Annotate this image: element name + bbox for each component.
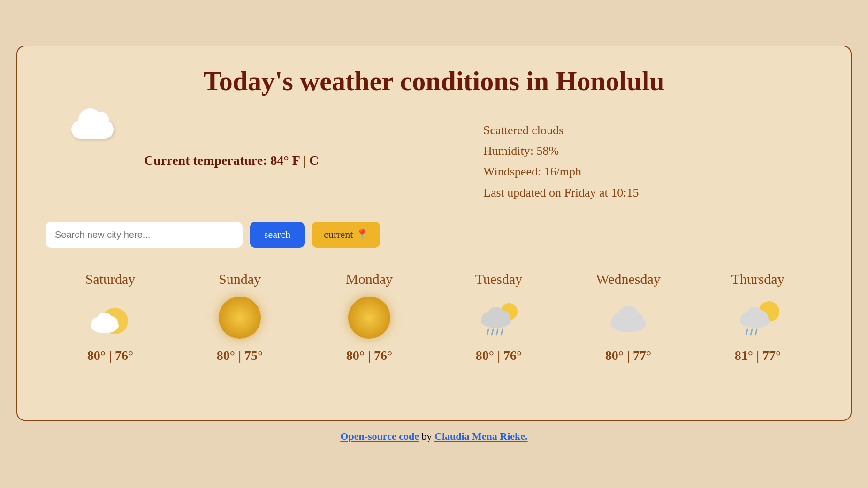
- humidity-text: Humidity: 58%: [483, 141, 822, 161]
- svg-line-23: [746, 329, 747, 335]
- main-card: Today's weather conditions in Honolulu C…: [16, 46, 852, 421]
- current-weather-icon: [46, 111, 139, 139]
- day-label-tuesday: Tuesday: [475, 271, 523, 287]
- svg-point-22: [755, 311, 768, 324]
- day-label-thursday: Thursday: [731, 271, 784, 287]
- forecast-day-wednesday: Wednesday 80° | 77°: [577, 271, 680, 363]
- celsius-link[interactable]: C: [309, 153, 319, 168]
- day-label-saturday: Saturday: [85, 271, 136, 287]
- svg-point-17: [628, 313, 643, 328]
- icon-sunday: [216, 297, 263, 339]
- icon-tuesday: [475, 297, 522, 339]
- svg-line-12: [496, 329, 498, 335]
- day-label-sunday: Sunday: [219, 271, 261, 287]
- icon-wednesday: [605, 297, 652, 339]
- temps-wednesday: 80° | 77°: [605, 348, 652, 363]
- weather-details: Scattered clouds Humidity: 58% Windspeed…: [483, 115, 822, 203]
- footer: Open-source code by Claudia Mena Rieke.: [340, 430, 527, 442]
- svg-line-24: [751, 329, 752, 335]
- forecast-day-thursday: Thursday 81° | 77°: [706, 271, 809, 363]
- day-label-wednesday: Wednesday: [596, 271, 661, 287]
- cloud-icon: [71, 120, 114, 139]
- footer-by: by: [422, 430, 435, 442]
- page-title: Today's weather conditions in Honolulu: [46, 65, 822, 97]
- temps-thursday: 81° | 77°: [735, 348, 781, 363]
- condition-text: Scattered clouds: [483, 120, 822, 141]
- fahrenheit-link[interactable]: F: [292, 153, 300, 168]
- temperature-section: Current temperature: 84° F | C: [139, 115, 483, 168]
- forecast-day-tuesday: Tuesday 80° | 76°: [447, 271, 550, 363]
- icon-saturday: [87, 297, 134, 339]
- open-source-link[interactable]: Open-source code: [340, 430, 419, 442]
- forecast-day-sunday: Sunday 80° | 75°: [188, 271, 291, 363]
- icon-monday: [346, 297, 393, 339]
- forecast-day-monday: Monday 80° | 76°: [318, 271, 421, 363]
- forecast-day-saturday: Saturday 80° | 76°: [59, 271, 162, 363]
- windspeed-text: Windspeed: 16/mph: [483, 161, 822, 182]
- svg-line-10: [487, 329, 488, 335]
- icon-thursday: [734, 297, 781, 339]
- current-location-button[interactable]: current 📍: [312, 222, 380, 248]
- temps-saturday: 80° | 76°: [87, 348, 134, 363]
- last-updated-text: Last updated on Friday at 10:15: [483, 183, 822, 203]
- search-input[interactable]: [46, 222, 243, 248]
- sun-icon: [219, 297, 261, 339]
- temps-monday: 80° | 76°: [346, 348, 393, 363]
- current-temperature: Current temperature: 84° F | C: [144, 153, 483, 168]
- temps-sunday: 80° | 75°: [217, 348, 263, 363]
- svg-line-11: [492, 329, 493, 335]
- author-link[interactable]: Claudia Mena Rieke.: [434, 430, 528, 442]
- sun-icon-monday: [348, 297, 390, 339]
- forecast-section: Saturday 80° | 76° Sunday 80° | 75: [46, 271, 822, 363]
- svg-line-25: [755, 329, 757, 335]
- day-label-monday: Monday: [346, 271, 393, 287]
- svg-point-4: [105, 316, 118, 329]
- search-section: search current 📍: [46, 222, 822, 248]
- current-weather-section: Current temperature: 84° F | C Scattered…: [46, 115, 822, 203]
- temp-separator: |: [303, 153, 309, 168]
- temps-tuesday: 80° | 76°: [476, 348, 522, 363]
- svg-line-13: [501, 329, 503, 335]
- svg-point-9: [497, 311, 510, 324]
- search-button[interactable]: search: [250, 222, 305, 248]
